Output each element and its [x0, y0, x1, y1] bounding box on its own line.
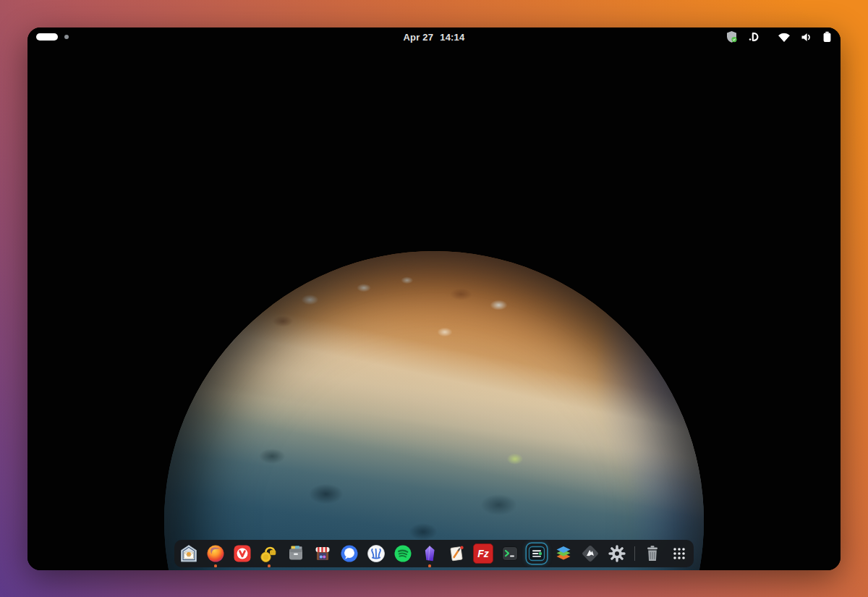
dock-item-firefox[interactable] [205, 543, 226, 564]
dock-separator [634, 546, 635, 561]
dock-item-signal[interactable] [339, 543, 359, 564]
running-indicator [268, 564, 271, 567]
dock: Fz [174, 540, 694, 567]
dock-item-inkscape[interactable] [580, 543, 600, 564]
dock-item-coral-app[interactable] [366, 543, 386, 564]
desktop-wallpaper [27, 27, 841, 570]
dock-item-filezilla[interactable]: Fz [473, 543, 493, 564]
dock-item-mail[interactable] [179, 543, 199, 564]
jupiter-planet-image [164, 251, 704, 570]
filezilla-logo: Fz [473, 543, 493, 564]
volume-icon[interactable] [801, 32, 812, 43]
system-tray [726, 30, 832, 43]
workspace-indicator[interactable] [36, 33, 69, 41]
dock-item-fragments[interactable] [527, 543, 547, 564]
dock-item-boxes[interactable] [553, 543, 574, 564]
dock-item-file-drawer[interactable] [286, 543, 306, 564]
dock-item-settings[interactable] [607, 543, 627, 564]
clock-date[interactable]: Apr 27 [404, 32, 434, 43]
shield-security-icon[interactable] [726, 30, 738, 43]
dock-item-tuba[interactable] [259, 543, 279, 564]
top-bar: Apr 27 14:14 [27, 27, 841, 46]
desktop-screen: Apr 27 14:14 [27, 27, 841, 570]
dock-item-app-grid[interactable] [669, 543, 689, 564]
running-indicator [214, 564, 217, 567]
active-workspace-pill[interactable] [36, 33, 58, 41]
dock-item-obsidian[interactable] [420, 543, 440, 564]
inactive-workspace-dot[interactable] [64, 35, 69, 39]
dock-item-terminal[interactable] [500, 543, 520, 564]
clock[interactable]: Apr 27 14:14 [27, 27, 841, 46]
running-indicator [428, 564, 431, 567]
dock-item-vivaldi[interactable] [232, 543, 252, 564]
filezilla-label: Fz [477, 548, 489, 559]
dock-item-trash[interactable] [642, 543, 663, 564]
wifi-icon[interactable] [778, 32, 791, 43]
dock-item-notes[interactable] [446, 543, 467, 564]
clock-time[interactable]: 14:14 [440, 32, 464, 43]
dock-item-spotify[interactable] [393, 543, 413, 564]
letter-d-indicator-icon[interactable] [748, 31, 760, 43]
battery-icon[interactable] [822, 31, 832, 43]
dock-item-app-store[interactable] [312, 543, 333, 564]
